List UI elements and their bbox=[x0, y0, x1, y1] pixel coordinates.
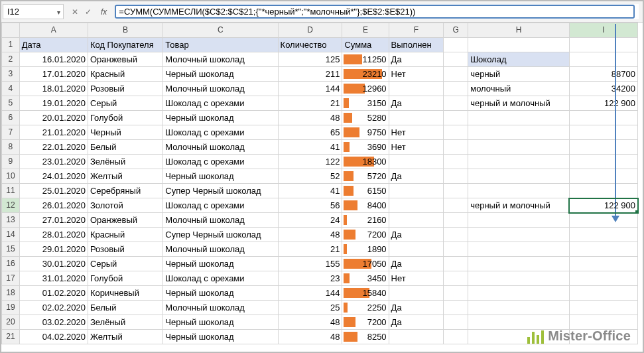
cell[interactable] bbox=[569, 125, 637, 140]
cell[interactable]: 48 bbox=[278, 330, 342, 344]
cell[interactable]: черный и молочный bbox=[468, 198, 570, 213]
cell[interactable]: Шоколад с орехами bbox=[163, 155, 278, 169]
cell[interactable]: 30.01.2020 bbox=[19, 257, 88, 271]
col-header-G[interactable]: G bbox=[444, 23, 468, 38]
cell[interactable]: 41 bbox=[278, 184, 342, 198]
active-cell[interactable]: 122 900 bbox=[569, 198, 637, 213]
col-header-B[interactable]: B bbox=[88, 23, 162, 38]
cell[interactable]: 48 bbox=[278, 315, 342, 330]
cell[interactable]: Да bbox=[389, 169, 443, 184]
cell[interactable]: 21.01.2020 bbox=[19, 125, 88, 140]
cancel-icon[interactable]: ✕ bbox=[72, 7, 78, 17]
row-header[interactable]: 4 bbox=[2, 82, 20, 96]
cell[interactable]: Нет bbox=[389, 125, 443, 140]
cell[interactable]: 25 bbox=[278, 301, 342, 315]
cell-databar[interactable]: 8400 bbox=[342, 198, 389, 213]
cell-databar[interactable]: 2160 bbox=[342, 213, 389, 228]
cell[interactable] bbox=[389, 213, 443, 228]
cell[interactable] bbox=[569, 169, 637, 184]
cell[interactable]: 144 bbox=[278, 82, 342, 96]
cell[interactable] bbox=[444, 52, 468, 67]
cell[interactable]: Зелёный bbox=[88, 315, 162, 330]
cell-databar[interactable]: 12960 bbox=[342, 82, 389, 96]
cell-databar[interactable]: 5280 bbox=[342, 111, 389, 125]
row-header[interactable]: 21 bbox=[2, 330, 20, 344]
cell[interactable] bbox=[389, 286, 443, 301]
name-box[interactable]: I12 ▾ bbox=[3, 4, 64, 19]
cell[interactable]: 41 bbox=[278, 140, 342, 155]
cell[interactable]: Выполнен bbox=[389, 38, 443, 52]
cell[interactable]: Черный шоколад bbox=[163, 257, 278, 271]
cell[interactable] bbox=[444, 155, 468, 169]
cell[interactable]: черный и молочный bbox=[468, 96, 570, 111]
cell[interactable]: Да bbox=[389, 228, 443, 242]
cell[interactable]: 19.01.2020 bbox=[19, 96, 88, 111]
cell-databar[interactable]: 3690 bbox=[342, 140, 389, 155]
cell[interactable]: Шоколад с орехами bbox=[163, 271, 278, 286]
col-header-D[interactable]: D bbox=[278, 23, 342, 38]
cell[interactable]: Сумма bbox=[342, 38, 389, 52]
cell[interactable] bbox=[569, 330, 637, 344]
cell[interactable]: 56 bbox=[278, 198, 342, 213]
cell[interactable] bbox=[444, 228, 468, 242]
cell[interactable]: Код Покупателя bbox=[88, 38, 162, 52]
cell[interactable]: 26.01.2020 bbox=[19, 198, 88, 213]
cell[interactable]: Черный bbox=[88, 125, 162, 140]
cell[interactable]: Черный шоколад bbox=[163, 330, 278, 344]
cell[interactable] bbox=[444, 82, 468, 96]
cell-databar[interactable]: 7200 bbox=[342, 315, 389, 330]
cell[interactable] bbox=[569, 228, 637, 242]
cell[interactable]: Шоколад с орехами bbox=[163, 198, 278, 213]
cell[interactable]: 16.01.2020 bbox=[19, 52, 88, 67]
row-header[interactable]: 15 bbox=[2, 242, 20, 257]
cell[interactable] bbox=[569, 184, 637, 198]
cell[interactable] bbox=[444, 242, 468, 257]
cell[interactable] bbox=[569, 257, 637, 271]
cell[interactable] bbox=[569, 111, 637, 125]
cell[interactable] bbox=[444, 67, 468, 82]
row-header[interactable]: 20 bbox=[2, 315, 20, 330]
cell[interactable]: 18.01.2020 bbox=[19, 82, 88, 96]
cell[interactable]: 65 bbox=[278, 125, 342, 140]
cell[interactable]: Молочный шоколад bbox=[163, 140, 278, 155]
cell[interactable] bbox=[444, 286, 468, 301]
cell[interactable] bbox=[569, 52, 637, 67]
cell[interactable] bbox=[444, 169, 468, 184]
cell[interactable] bbox=[444, 198, 468, 213]
cell[interactable] bbox=[444, 271, 468, 286]
col-header-C[interactable]: C bbox=[163, 23, 278, 38]
cell[interactable]: Красный bbox=[88, 228, 162, 242]
spreadsheet-grid[interactable]: A B C D E F G H I 1ДатаКод ПокупателяТов… bbox=[1, 23, 643, 344]
cell[interactable]: 29.01.2020 bbox=[19, 242, 88, 257]
cell[interactable] bbox=[468, 169, 570, 184]
cell[interactable]: 23.01.2020 bbox=[19, 155, 88, 169]
cell[interactable] bbox=[569, 286, 637, 301]
cell-databar[interactable]: 5720 bbox=[342, 169, 389, 184]
cell[interactable] bbox=[468, 330, 570, 344]
chevron-down-icon[interactable]: ▾ bbox=[57, 8, 60, 15]
cell[interactable]: Голубой bbox=[88, 111, 162, 125]
cell[interactable]: Коричневый bbox=[88, 286, 162, 301]
cell-databar[interactable]: 6150 bbox=[342, 184, 389, 198]
cell[interactable]: Оранжевый bbox=[88, 213, 162, 228]
cell[interactable] bbox=[389, 82, 443, 96]
cell[interactable]: Молочный шоколад bbox=[163, 213, 278, 228]
cell[interactable]: 17.01.2020 bbox=[19, 67, 88, 82]
cell[interactable]: 88700 bbox=[569, 67, 637, 82]
row-header[interactable]: 2 bbox=[2, 52, 20, 67]
cell[interactable]: Белый bbox=[88, 301, 162, 315]
cell-databar[interactable]: 1890 bbox=[342, 242, 389, 257]
row-header[interactable]: 1 bbox=[2, 38, 20, 52]
cell[interactable]: Черный шоколад bbox=[163, 315, 278, 330]
cell-databar[interactable]: 17050 bbox=[342, 257, 389, 271]
cell[interactable]: 48 bbox=[278, 228, 342, 242]
cell[interactable]: 27.01.2020 bbox=[19, 213, 88, 228]
cell[interactable] bbox=[569, 213, 637, 228]
cell[interactable]: Шоколад с орехами bbox=[163, 96, 278, 111]
cell[interactable] bbox=[444, 213, 468, 228]
cell[interactable]: Супер Черный шоколад bbox=[163, 184, 278, 198]
cell[interactable]: Молочный шоколад bbox=[163, 301, 278, 315]
cell[interactable]: 34200 bbox=[569, 82, 637, 96]
cell[interactable]: Черный шоколад bbox=[163, 111, 278, 125]
cell[interactable]: 01.02.2020 bbox=[19, 286, 88, 301]
